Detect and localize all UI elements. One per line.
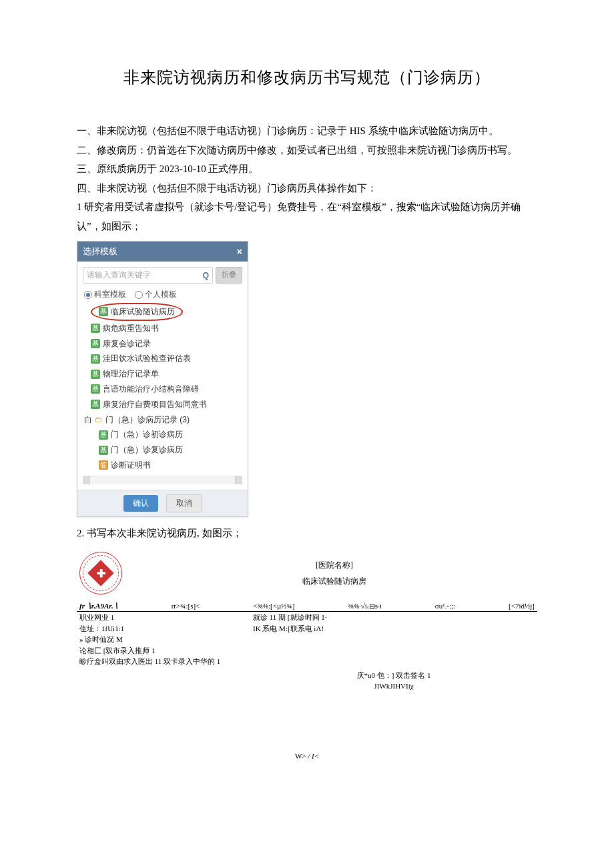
tag-icon: 基 [99,307,108,316]
tag-icon: 基 [91,324,100,333]
cell-1: fr ∖r.A9Ar.∖ [79,602,118,610]
tree-item-1[interactable]: 基 临床试验随访病历 [84,303,242,321]
highlighted-item: 基 临床试验随访病历 [91,303,183,321]
tree-item-3[interactable]: 基康复会诊记录 [84,336,242,352]
tag-icon: 基 [91,339,100,348]
signature-line-2: JIWkJIHVIiχ [250,681,537,692]
tree-item-5[interactable]: 基物理治疗记录单 [84,366,242,382]
radio-personal[interactable] [135,291,143,299]
tab-dept-label: 科室模板 [94,290,126,299]
tree-item-8[interactable]: 基门（急）诊初诊病历 [84,427,242,442]
footer-right: I< [312,752,319,760]
folder-prefix: 白 [84,412,92,428]
template-modal: 选择模板 × 请输入查询关键字 Q 折叠 科室模板 个人模板 基 [77,241,248,517]
search-placeholder: 请输入查询关键字 [87,270,151,281]
paragraph-6: 2. 书写本次非来院访视病历, 如图示； [77,524,537,543]
hospital-logo: ✚ [79,552,122,594]
tree-label-6: 言语功能治疗小结构音障碍 [103,382,199,397]
form-row-header: fr ∖r.A9Ar.∖ rr>¾:[s]< <⅜⅜:[<µ½¾] ⅜⅜·√i₍… [77,601,537,612]
signature-block: 庆*u0 包：] 双击签名 1 JIWkJIHVIiχ [250,670,537,692]
tree-item-10[interactable]: 签诊断证明书 [84,458,242,473]
tag-icon: 基 [91,354,100,364]
modal-body: 请输入查询关键字 Q 折叠 科室模板 个人模板 基 临床试验随访病历 基病危病重… [77,262,248,490]
tab-personal-label: 个人模板 [145,290,177,299]
folder-label: 门（急）诊病历记录 (3) [105,412,190,428]
tree-item-6[interactable]: 基言语功能治疗小结构音障碍 [84,382,242,397]
tag-icon: 基 [91,384,100,394]
tree-label-2: 病危病重告知书 [103,321,159,336]
scroll-left-icon[interactable] [83,476,90,484]
field-visit-time: 就诊 11 期 [就诊时间 1· [253,612,327,623]
field-line-3: » 诊时仙况 M [79,634,537,645]
collapse-button[interactable]: 折叠 [216,267,242,284]
field-occupation: 职业网业 1 [79,612,253,623]
field-address: 住址：1fUi1:1 [79,623,253,634]
tree-label-3: 康复会诊记录 [103,336,151,352]
footer-mid: / [306,752,312,760]
tag-icon: 基 [99,430,108,440]
modal-footer: 确认 取消 [77,490,248,516]
field-contact: IK 系电 M:[联系电 iΛ! [253,623,324,634]
tree-label-1: 临床试验随访病历 [111,304,175,320]
tree-label-5: 物理治疗记录单 [103,366,159,382]
template-tree: 基 临床试验随访病历 基病危病重告知书 基康复会诊记录 基洼田饮水试验检查评估表… [84,303,242,473]
tree-label-8: 门（急）诊初诊病历 [111,427,183,442]
tag-icon: 基 [91,400,100,409]
scrollbar[interactable] [83,476,242,484]
tab-row: 科室模板 个人模板 [83,289,242,300]
tag-icon: 基 [91,370,100,379]
close-icon[interactable]: × [237,246,242,257]
page-footer: W> / I< [77,752,537,760]
scroll-right-icon[interactable] [235,476,242,484]
form-body: 职业网业 1 就诊 11 期 [就诊时间 1· 住址：1fUi1:1 IK 系电… [77,612,537,667]
tree-folder[interactable]: 白🗀 门（急）诊病历记录 (3) [84,412,242,428]
tree-item-9[interactable]: 基门（急）诊复诊病历 [84,442,242,458]
form-panel: ✚ [医院名称] 临床试验随访病房 fr ∖r.A9Ar.∖ rr>¾:[s]<… [77,549,537,692]
form-titles: [医院名称] 临床试验随访病房 [131,557,537,589]
ward-title: 临床试验随访病房 [131,573,537,589]
modal-title: 选择模板 [83,246,117,258]
cross-icon: ✚ [97,567,105,580]
form-header: ✚ [医院名称] 临床试验随访病房 [77,549,537,597]
tag-icon: 签 [99,460,108,470]
tree-item-7[interactable]: 基康复治疗自费项目告知同意书 [84,397,242,412]
search-icon[interactable]: Q [203,271,209,280]
cell-6: [<7id½j] [509,602,535,610]
modal-header: 选择模板 × [77,242,248,262]
paragraph-1: 一、非来院访视（包括但不限于电话访视）门诊病历：记录于 HIS 系统中临床试验随… [77,121,537,141]
folder-icon: 🗀 [95,412,103,428]
tree-label-9: 门（急）诊复诊病历 [111,442,183,458]
confirm-button[interactable]: 确认 [123,495,158,512]
signature-line-1: 庆*u0 包：] 双击签名 1 [250,670,537,681]
paragraph-2: 二、修改病历：仍首选在下次随访病历中修改，如受试者已出组，可按照非来院访视门诊病… [77,141,537,160]
tree-item-2[interactable]: 基病危病重告知书 [84,321,242,336]
search-input[interactable]: 请输入查询关键字 Q [83,267,213,284]
tag-icon: 基 [99,446,108,455]
cell-5: σu¹.-:;: [435,602,455,610]
cell-4: ⅜⅜·√i₍⊟s·i [348,602,381,610]
paragraph-5: 1 研究者用受试者虚拟号（就诊卡号/登记号）免费挂号，在“科室模板”，搜索“临床… [77,197,537,236]
cell-2: rr>¾:[s]< [172,602,200,610]
radio-dept[interactable] [84,291,92,299]
cell-3: <⅜⅜:[<µ½¾] [253,602,294,610]
search-row: 请输入查询关键字 Q 折叠 [83,267,242,284]
paragraph-3: 三、原纸质病历于 2023-10-10 正式停用。 [77,159,537,179]
footer-left: W> [295,752,306,760]
document-page: 非来院访视病历和修改病历书写规范（门诊病历） 一、非来院访视（包括但不限于电话访… [0,0,614,787]
tree-item-4[interactable]: 基洼田饮水试验检查评估表 [84,351,242,366]
field-line-4: 论相匚 [双市录入推师 1 [79,645,537,657]
tree-label-10: 诊断证明书 [111,458,151,473]
tree-label-7: 康复治疗自费项目告知同意书 [103,397,207,412]
tree-label-4: 洼田饮水试验检查评估表 [103,351,191,366]
field-line-5: 畛疗盒叫双由求入医出 11 双卡录入中华的 1 [79,656,537,667]
hospital-name: [医院名称] [131,557,537,573]
paragraph-4: 四、非来院访视（包括但不限于电话访视）门诊病历具体操作如下： [77,179,537,198]
cancel-button[interactable]: 取消 [166,494,202,512]
page-title: 非来院访视病历和修改病历书写规范（门诊病历） [77,67,537,88]
